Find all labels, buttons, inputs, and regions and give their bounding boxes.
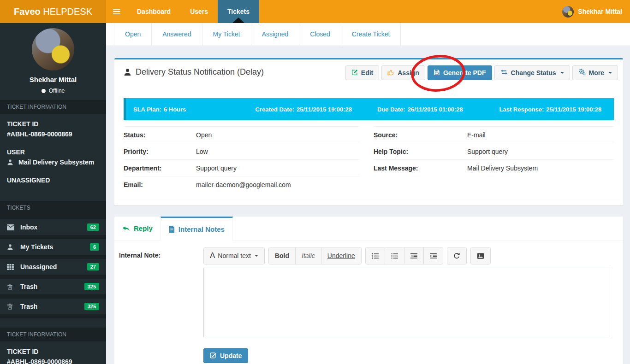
sidebar-spacer bbox=[0, 318, 106, 324]
reply-notes-box: Reply Internal Notes Internal Note: A No… bbox=[114, 217, 623, 364]
ticket-action-buttons: Edit Assign Generate PDF Change Status bbox=[345, 65, 618, 80]
unassigned-count-badge: 27 bbox=[87, 263, 99, 270]
text-style-dropdown[interactable]: A Normal text bbox=[204, 247, 264, 264]
gears-icon bbox=[578, 69, 586, 77]
sidebar-toggle-icon[interactable] bbox=[106, 0, 127, 23]
ticket-info-block-2: TICKET ID #ABHL-0869-0000869 bbox=[0, 341, 106, 364]
font-icon: A bbox=[210, 251, 215, 260]
sidebar: Shekhar Mittal Offline TICKET INFORMATIO… bbox=[0, 23, 106, 364]
chevron-down-icon bbox=[255, 255, 258, 257]
user-icon bbox=[7, 159, 13, 165]
sidebar-item-label: Trash bbox=[20, 303, 37, 310]
sla-info-bar: SLA Plan:6 Hours Created Date:25/11/2015… bbox=[124, 98, 614, 120]
sla-last-response: Last Response:25/11/2015 19:00:28 bbox=[492, 106, 614, 113]
envelope-icon bbox=[7, 224, 15, 230]
trash-icon bbox=[7, 283, 15, 290]
subnav-closed[interactable]: Closed bbox=[299, 23, 341, 46]
edit-icon bbox=[351, 69, 358, 77]
status-label: Offline bbox=[49, 88, 65, 94]
sidebar-profile: Shekhar Mittal Offline bbox=[0, 23, 106, 94]
assign-button[interactable]: Assign bbox=[381, 65, 425, 80]
sidebar-item-label: My Tickets bbox=[20, 243, 53, 251]
subnav-open[interactable]: Open bbox=[114, 23, 152, 46]
image-icon bbox=[477, 253, 484, 259]
nav-item-tickets[interactable]: Tickets bbox=[218, 0, 259, 23]
redo-button[interactable] bbox=[447, 247, 466, 264]
tab-reply[interactable]: Reply bbox=[114, 217, 160, 240]
subnav-create-ticket[interactable]: Create Ticket bbox=[341, 23, 401, 46]
indent-button[interactable] bbox=[424, 247, 443, 264]
user-avatar-small bbox=[562, 6, 574, 18]
nav-item-dashboard[interactable]: Dashboard bbox=[127, 0, 180, 23]
underline-button[interactable]: Underline bbox=[321, 247, 361, 264]
internal-note-textarea[interactable] bbox=[203, 268, 610, 337]
file-text-icon bbox=[169, 226, 175, 233]
subnav-assigned[interactable]: Assigned bbox=[251, 23, 300, 46]
reply-notes-tabs: Reply Internal Notes bbox=[114, 217, 623, 241]
trash-count-badge: 325 bbox=[84, 303, 99, 310]
ticket-id-text: #ABHL-0869-0000869 bbox=[7, 130, 72, 138]
internal-note-label: Internal Note: bbox=[119, 247, 203, 363]
ordered-list-button[interactable] bbox=[385, 247, 404, 264]
my-tickets-count-badge: 6 bbox=[90, 243, 99, 251]
subnav-answered[interactable]: Answered bbox=[152, 23, 202, 46]
sidebar-item-trash-duplicate[interactable]: Trash 325 bbox=[0, 299, 106, 314]
chevron-down-icon bbox=[608, 72, 612, 74]
section-header-tickets: TICKETS bbox=[0, 201, 106, 215]
trash-count-badge: 325 bbox=[84, 283, 99, 290]
brand-bold: Faveo bbox=[14, 6, 41, 17]
insert-image-button[interactable] bbox=[471, 247, 490, 264]
brand-logo[interactable]: Faveo HELPDESK bbox=[0, 0, 106, 23]
ticket-id-value: #ABHL-0869-0000869 bbox=[7, 130, 99, 138]
ticket-detail-header: Delivery Status Notification (Delay) Edi… bbox=[114, 59, 623, 93]
outdent-button[interactable] bbox=[404, 247, 424, 264]
change-status-button[interactable]: Change Status bbox=[494, 65, 570, 80]
detail-row-source: Source:E-mail bbox=[374, 126, 614, 143]
list-group bbox=[365, 247, 443, 264]
thumbs-up-icon bbox=[387, 69, 394, 77]
profile-status[interactable]: Offline bbox=[0, 88, 106, 94]
ticket-info-block: TICKET ID #ABHL-0869-0000869 USER Mail D… bbox=[0, 114, 106, 195]
detail-row-email: Email:mailer-daemon@googlemail.com bbox=[124, 176, 360, 193]
tab-internal-notes[interactable]: Internal Notes bbox=[160, 217, 233, 241]
more-button[interactable]: More bbox=[572, 65, 618, 80]
ticket-id-label: TICKET ID bbox=[7, 348, 99, 355]
indent-icon bbox=[430, 253, 437, 259]
sidebar-item-label: Trash bbox=[20, 283, 37, 290]
bold-button[interactable]: Bold bbox=[269, 247, 296, 264]
sidebar-item-my-tickets[interactable]: My Tickets 6 bbox=[0, 239, 106, 255]
sidebar-item-unassigned[interactable]: Unassigned 27 bbox=[0, 259, 106, 275]
ticket-title-text: Delivery Status Notification (Delay) bbox=[136, 67, 264, 77]
user-menu[interactable]: Shekhar Mittal bbox=[562, 0, 630, 23]
internal-note-area: Internal Note: A Normal text Bold Italic… bbox=[114, 241, 623, 363]
reply-icon bbox=[122, 225, 130, 232]
user-value: Mail Delivery Subsystem bbox=[7, 159, 99, 166]
generate-pdf-button[interactable]: Generate PDF bbox=[428, 65, 492, 80]
edit-button[interactable]: Edit bbox=[345, 65, 379, 80]
unordered-list-icon bbox=[372, 253, 379, 259]
ticket-id-label: TICKET ID bbox=[7, 120, 99, 128]
unordered-list-button[interactable] bbox=[366, 247, 385, 264]
redo-icon bbox=[453, 252, 460, 259]
subnav-my-ticket[interactable]: My Ticket bbox=[202, 23, 251, 46]
chevron-down-icon bbox=[560, 72, 564, 74]
sidebar-item-inbox[interactable]: Inbox 62 bbox=[0, 219, 106, 235]
details-right-column: Source:E-mail Help Topic:Support query L… bbox=[374, 126, 614, 193]
brand-rest: HELPDESK bbox=[41, 6, 92, 17]
sla-created-date: Created Date:25/11/2015 19:00:28 bbox=[248, 106, 370, 113]
update-button[interactable]: Update bbox=[203, 348, 248, 363]
italic-button[interactable]: Italic bbox=[296, 247, 321, 264]
profile-name: Shekhar Mittal bbox=[0, 76, 106, 83]
user-name: Shekhar Mittal bbox=[578, 8, 622, 15]
nav-item-users[interactable]: Users bbox=[180, 0, 218, 23]
sidebar-item-trash[interactable]: Trash 325 bbox=[0, 279, 106, 294]
assign-button-label: Assign bbox=[398, 69, 419, 76]
main-content: Delivery Status Notification (Delay) Edi… bbox=[106, 46, 630, 364]
generate-pdf-label: Generate PDF bbox=[443, 69, 486, 76]
top-navbar: Faveo HELPDESK Dashboard Users Tickets S… bbox=[0, 0, 630, 23]
tickets-menu: TICKETS Inbox 62 My Tickets 6 Unassigned… bbox=[0, 201, 106, 324]
assignment-label: UNASSIGNED bbox=[7, 176, 99, 184]
detail-row-help-topic: Help Topic:Support query bbox=[374, 143, 614, 159]
note-editor: A Normal text Bold Italic Underline bbox=[203, 247, 614, 363]
ticket-detail-box: Delivery Status Notification (Delay) Edi… bbox=[114, 58, 623, 205]
